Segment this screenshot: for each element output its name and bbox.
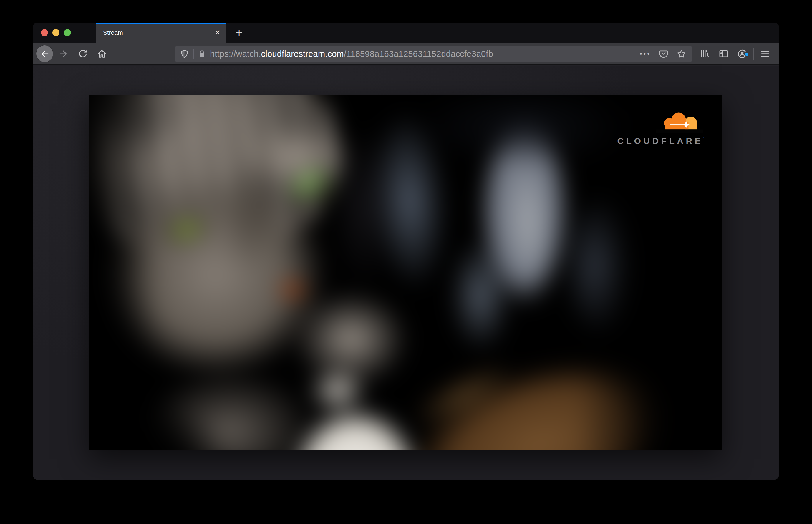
sidebars-button[interactable] (714, 49, 733, 59)
video-player[interactable]: CLOUDFLARE’ (89, 95, 722, 450)
library-button[interactable] (695, 49, 714, 59)
reload-icon (78, 49, 88, 59)
url-bar-actions: ••• (640, 49, 686, 59)
home-button[interactable] (94, 43, 110, 65)
tab-stream[interactable]: Stream ✕ (96, 23, 226, 43)
tab-bar: Stream ✕ + (33, 23, 779, 43)
active-tab-indicator (96, 23, 226, 24)
url-scheme: https://watch. (210, 49, 261, 59)
sidebar-icon (718, 49, 729, 59)
video-art-blob (578, 95, 722, 450)
cat-nose (275, 276, 311, 304)
traffic-close-icon[interactable] (41, 29, 48, 36)
url-bar-divider (193, 49, 194, 59)
video-art-canvas (89, 95, 722, 450)
page-actions-icon[interactable]: ••• (640, 50, 651, 58)
tab-title: Stream (103, 29, 211, 36)
desktop-background: Stream ✕ + (0, 0, 812, 524)
url-domain: cloudflarestream.com (261, 49, 344, 59)
video-art-blob (439, 218, 522, 372)
tracking-protection-icon[interactable] (180, 49, 189, 59)
url-path: /118598a163a125631152ddaccfe3a0fb (344, 49, 493, 59)
cloudflare-logo: CLOUDFLARE’ (611, 110, 704, 146)
library-icon (700, 49, 710, 59)
home-icon (97, 49, 107, 59)
url-text[interactable]: https://watch.cloudflarestream.com/11859… (210, 49, 640, 59)
account-notification-dot (744, 52, 749, 57)
cloudflare-wordmark: CLOUDFLARE’ (617, 136, 704, 146)
menu-icon (760, 49, 770, 59)
new-tab-button[interactable]: + (231, 23, 247, 43)
traffic-zoom-icon[interactable] (64, 29, 71, 36)
reload-button[interactable] (75, 43, 91, 65)
forward-icon (59, 49, 69, 59)
traffic-minimize-icon[interactable] (52, 29, 60, 36)
cloudflare-cloud-icon (656, 110, 703, 134)
tab-close-button[interactable]: ✕ (211, 26, 224, 39)
back-icon (40, 49, 50, 59)
page-content: CLOUDFLARE’ (33, 66, 779, 479)
toolbar-divider (753, 48, 754, 60)
window-controls (41, 29, 71, 36)
lock-icon[interactable] (197, 49, 206, 58)
forward-button[interactable] (56, 43, 71, 65)
pocket-icon[interactable] (659, 49, 669, 59)
account-button[interactable] (733, 49, 752, 59)
back-button[interactable] (36, 45, 53, 62)
trademark-mark: ’ (703, 136, 704, 141)
browser-window: Stream ✕ + (33, 23, 779, 479)
toolbar-right-tools (695, 43, 779, 65)
url-bar[interactable]: https://watch.cloudflarestream.com/11859… (175, 46, 693, 62)
video-art-blob (89, 95, 160, 450)
bookmark-star-icon[interactable] (676, 49, 686, 59)
menu-button[interactable] (756, 49, 775, 59)
video-frame-art (89, 95, 722, 450)
